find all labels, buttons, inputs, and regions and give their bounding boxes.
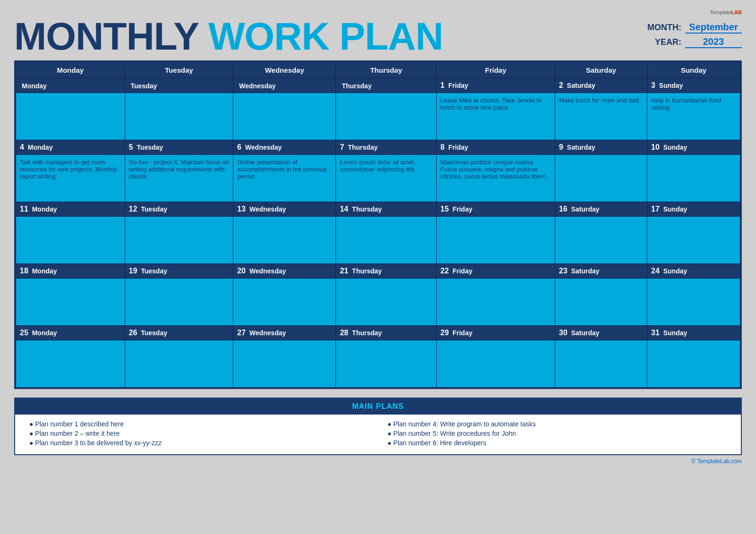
day-number: 10 [651, 143, 660, 151]
week-4-day-5-header: 22 Friday [437, 264, 555, 279]
day-number: 4 [20, 143, 24, 151]
day-name: Saturday [569, 329, 600, 337]
week-1-day-1-content [16, 93, 125, 140]
day-number: 31 [651, 329, 660, 337]
day-number: 29 [440, 329, 449, 337]
plans-left-list: Plan number 1 described herePlan number … [29, 420, 369, 447]
week-3-day-2-header: 12 Tuesday [125, 202, 233, 217]
day-name: Tuesday [139, 205, 167, 213]
week-1-day-6-header: 2 Saturday [555, 78, 647, 93]
week-5-day-3-content [233, 340, 336, 388]
week-1-day-5-header: 1 Friday [437, 78, 555, 93]
day-name: Tuesday [139, 267, 167, 275]
day-number: 21 [340, 267, 348, 275]
week-2-day-2-header: 5 Tuesday [125, 140, 233, 155]
day-name: Monday [30, 205, 57, 213]
calendar-table: Monday Tuesday Wednesday Thursday Friday… [16, 62, 740, 388]
week-1-day-7-header: 3 Sunday [647, 78, 740, 93]
week-4-day-4-content [336, 279, 437, 326]
day-number: 27 [237, 329, 246, 337]
week-2-day-2-content: Go live - project X. Maintain focus on w… [125, 155, 233, 202]
day-number: 15 [440, 205, 449, 213]
week-2-day-7-header: 10 Sunday [647, 140, 740, 155]
logo-lab: LAB [731, 9, 742, 15]
week-5-day-5-content [437, 340, 555, 388]
week-3-content [16, 217, 740, 264]
calendar: Monday Tuesday Wednesday Thursday Friday… [14, 60, 742, 389]
year-label: YEAR: [655, 37, 681, 47]
col-sunday: Sunday [647, 62, 740, 78]
day-name: Friday [451, 205, 472, 213]
year-value: 2023 [685, 36, 742, 48]
week-1-day-6-content: Make lunch for mom and dad. [555, 93, 647, 140]
day-name: Wednesday [248, 205, 286, 213]
day-name: Sunday [657, 82, 683, 89]
day-name: Saturday [569, 205, 600, 213]
plan-left-3: Plan number 3 to be delivered by xx-yy-z… [29, 439, 369, 447]
week-2-day-7-content [647, 155, 740, 202]
day-name: Thursday [342, 82, 371, 90]
week-5-day-5-header: 29 Friday [437, 326, 555, 340]
day-number: 26 [129, 329, 137, 337]
logo-template: Template [710, 9, 731, 15]
week-5-day-2-content [125, 340, 233, 388]
week-1-day-4-content [336, 93, 437, 140]
week-2-day-3-content: Online presentation of accomplishments i… [233, 155, 336, 202]
week-5-day-4-header: 28 Thursday [336, 326, 437, 340]
day-name: Monday [26, 144, 53, 151]
day-name: Tuesday [135, 144, 163, 151]
week-3-day-5-header: 15 Friday [437, 202, 555, 217]
week-4-day-7-content [647, 279, 740, 326]
week-3-day-4-content [336, 217, 437, 264]
day-name: Sunday [662, 144, 687, 151]
week-1-day-2-content [125, 93, 233, 140]
col-monday: Monday [16, 62, 125, 78]
week-4-day-4-header: 21 Thursday [336, 264, 437, 279]
day-name: Friday [447, 144, 468, 151]
week-5-day-6-header: 30 Saturday [555, 326, 647, 340]
plan-right-1: Plan number 4: Write program to automate… [387, 420, 727, 428]
week-5-day-1-content [16, 340, 125, 388]
day-number: 30 [559, 329, 567, 337]
week-3-day-5-content [437, 217, 555, 264]
day-number: 12 [129, 205, 137, 213]
week-5-header: 25 Monday26 Tuesday27 Wednesday28 Thursd… [16, 326, 740, 340]
year-row: YEAR: 2023 [647, 36, 742, 48]
week-2-header: 4 Monday5 Tuesday6 Wednesday7 Thursday8 … [16, 140, 740, 155]
plans-left-col: Plan number 1 described herePlan number … [29, 420, 369, 449]
week-5-day-7-header: 31 Sunday [647, 326, 740, 340]
week-2-content: Talk with managers to get more resources… [16, 155, 740, 202]
day-name: Monday [22, 82, 47, 90]
week-1-day-3-header: Wednesday [233, 78, 336, 93]
week-5-content [16, 340, 740, 388]
day-name: Saturday [565, 144, 595, 151]
day-number: 7 [340, 143, 344, 151]
day-name: Thursday [350, 329, 382, 337]
day-number: 2 [559, 81, 563, 89]
day-number: 5 [129, 143, 133, 151]
title-block: MONTHLY WORK PLAN [14, 17, 443, 56]
day-number: 24 [651, 267, 660, 275]
day-number: 20 [237, 267, 246, 275]
day-name: Friday [447, 82, 468, 89]
day-name: Sunday [662, 267, 687, 275]
day-number: 8 [440, 143, 445, 151]
week-5-day-7-content [647, 340, 740, 388]
day-name: Wednesday [239, 82, 276, 90]
day-name: Tuesday [131, 82, 157, 90]
day-number: 23 [559, 267, 567, 275]
week-3-day-7-header: 17 Sunday [647, 202, 740, 217]
day-name: Friday [451, 329, 472, 337]
plan-right-2: Plan number 5: Write procedures for John [387, 430, 727, 437]
day-number: 28 [340, 329, 348, 337]
day-name: Saturday [565, 82, 595, 89]
week-2-day-6-header: 9 Saturday [555, 140, 647, 155]
week-3-day-1-header: 11 Monday [16, 202, 125, 217]
month-row: MONTH: September [647, 22, 742, 34]
day-name: Wednesday [248, 267, 286, 275]
week-4-day-7-header: 24 Sunday [647, 264, 740, 279]
day-number: 1 [440, 81, 445, 89]
week-3-day-3-content [233, 217, 336, 264]
day-name: Sunday [662, 205, 687, 213]
plans-title: MAIN PLANS [15, 398, 741, 415]
